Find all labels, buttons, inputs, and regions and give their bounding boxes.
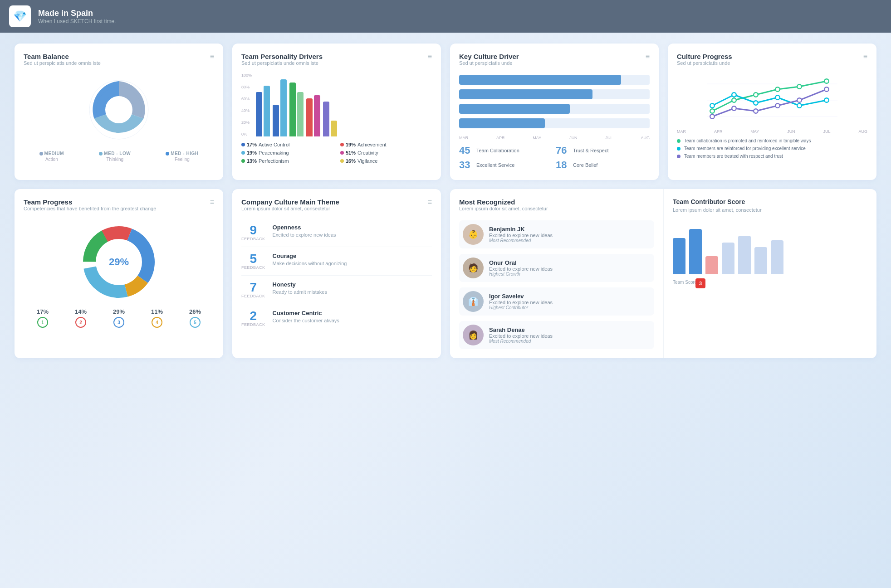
- svg-point-23: [797, 98, 802, 102]
- team-balance-card: Team Balance Sed ut perspiciatis unde om…: [15, 44, 223, 180]
- bar-group-5: [323, 102, 337, 136]
- donut-svg: 29%: [78, 221, 160, 303]
- bar-group-2: [273, 79, 287, 136]
- most-recognized-list-section: Most Recognized Lorem ipsum dolor sit am…: [450, 189, 663, 358]
- team-progress-menu-icon[interactable]: ≡: [210, 198, 214, 206]
- team-personality-subtitle: Sed ut perspiciatis unde omnis iste: [241, 60, 323, 66]
- svg-point-19: [710, 114, 715, 119]
- team-score-badge: 3: [695, 278, 705, 288]
- team-personality-menu-icon[interactable]: ≡: [428, 53, 432, 61]
- personality-stats: 17% Active Control 19% Achievement 19% P…: [241, 142, 432, 164]
- company-culture-card: Company Culture Main Theme Lorem ipsum d…: [232, 189, 441, 358]
- culture-progress-months: MAR APR MAY JUN JUL AUG: [677, 129, 867, 134]
- svg-point-12: [824, 79, 829, 83]
- svg-point-16: [775, 95, 780, 100]
- contributor-chart: [673, 220, 867, 274]
- bar-group-3: [289, 83, 304, 136]
- svg-point-22: [775, 103, 780, 108]
- app-header: 💎 Made in Spain When I used SKETCH first…: [0, 0, 891, 33]
- pie-svg: [85, 76, 153, 144]
- app-subtitle: When I used SKETCH first time.: [38, 18, 116, 24]
- recognized-list: 👶 Benjamin JK Excited to explore new ide…: [459, 220, 654, 349]
- team-balance-menu-icon[interactable]: ≡: [210, 53, 214, 61]
- company-culture-title: Company Culture Main Theme: [241, 198, 339, 206]
- bar-group-4: [306, 95, 320, 136]
- recognized-igor: 👔 Igor Savelev Excited to explore new id…: [459, 287, 654, 316]
- svg-point-21: [754, 109, 758, 113]
- app-title: Made in Spain: [38, 9, 116, 18]
- recognized-benjamin: 👶 Benjamin JK Excited to explore new ide…: [459, 220, 654, 248]
- team-progress-title: Team Progress: [24, 198, 156, 206]
- svg-point-24: [824, 87, 829, 92]
- team-balance-title: Team Balance: [24, 53, 101, 60]
- stat-core-belief: 18 Core Belief: [556, 159, 650, 171]
- svg-point-8: [732, 98, 736, 102]
- team-contributor-title: Team Contributor Score: [673, 198, 867, 205]
- svg-point-17: [797, 103, 802, 108]
- key-culture-stats: 45 Team Collaboration 76 Trust & Respect…: [459, 145, 650, 171]
- key-culture-subtitle: Sed ut perspiciatis unde: [459, 60, 519, 66]
- theme-customer-centric: 2 FEEDBACK Customer Centric Consider the…: [241, 304, 432, 332]
- svg-point-11: [797, 84, 802, 89]
- team-balance-legend: MEDIUM Action MED - LOW Thinking MED - H…: [24, 151, 214, 162]
- team-progress-card: Team Progress Competencies that have ben…: [15, 189, 223, 358]
- stat-perfectionism: 13% Perfectionism: [241, 158, 333, 164]
- culture-progress-title: Culture Progress: [677, 53, 732, 60]
- recognized-sarah: 👩 Sarah Denae Excited to explore new ide…: [459, 321, 654, 349]
- avatar-benjamin: 👶: [463, 224, 484, 245]
- team-progress-items: 17% 1 14% 2 29% 3 11% 4 26% 5: [24, 308, 214, 328]
- culture-progress-card: Culture Progress Sed ut perspiciatis und…: [668, 44, 876, 180]
- svg-point-13: [710, 103, 715, 108]
- most-recognized-subtitle: Lorem ipsum dolor sit amet, consectetur: [459, 206, 548, 211]
- team-contributor-subtitle: Lorem ipsum dolor sit amet, consectetur: [673, 207, 867, 213]
- theme-list: 9 FEEDBACK Openness Excited to explore n…: [241, 219, 432, 332]
- stat-peacemaking: 19% Peacemaking: [241, 150, 333, 156]
- svg-point-20: [732, 106, 736, 111]
- key-culture-bars: [459, 75, 650, 128]
- key-culture-months: MAR APR MAY JUN JUL AUG: [459, 136, 650, 140]
- donut-chart-container: 29%: [24, 221, 214, 303]
- stat-creativity: 51% Creativity: [340, 150, 432, 156]
- stat-active-control: 17% Active Control: [241, 142, 333, 147]
- avatar-onur: 🧑: [463, 258, 484, 278]
- most-recognized-card: Most Recognized Lorem ipsum dolor sit am…: [450, 189, 876, 358]
- svg-text:29%: 29%: [109, 256, 129, 267]
- theme-honesty: 7 FEEDBACK Honesty Ready to admit mistak…: [241, 276, 432, 304]
- app-logo: 💎: [9, 5, 31, 27]
- team-score-label: Team Score: [673, 280, 697, 285]
- svg-point-10: [775, 87, 780, 92]
- culture-progress-subtitle: Sed ut perspiciatis unde: [677, 60, 732, 66]
- key-culture-menu-icon[interactable]: ≡: [646, 53, 650, 61]
- svg-point-18: [824, 98, 829, 102]
- stat-team-collab: 45 Team Collaboration: [459, 145, 553, 156]
- svg-point-7: [710, 109, 715, 113]
- stat-trust-respect: 76 Trust & Respect: [556, 145, 650, 156]
- culture-progress-menu-icon[interactable]: ≡: [863, 53, 867, 61]
- bar-group-1: [256, 86, 270, 136]
- theme-courage: 5 FEEDBACK Courage Make decisions withou…: [241, 247, 432, 276]
- stat-vigilance: 16% Vigilance: [340, 158, 432, 164]
- culture-progress-chart: [677, 73, 867, 127]
- team-progress-subtitle: Competencies that have benefited from th…: [24, 206, 156, 211]
- svg-point-14: [732, 92, 736, 97]
- svg-point-3: [105, 96, 132, 123]
- team-personality-card: Team Personality Drivers Sed ut perspici…: [232, 44, 441, 180]
- team-balance-chart: [24, 76, 214, 144]
- svg-point-15: [754, 101, 758, 105]
- team-contributor-section: Team Contributor Score Lorem ipsum dolor…: [663, 189, 876, 358]
- culture-progress-legend: Team collaboration is promoted and reinf…: [677, 138, 867, 159]
- most-recognized-title: Most Recognized: [459, 198, 548, 206]
- theme-openness: 9 FEEDBACK Openness Excited to explore n…: [241, 219, 432, 247]
- stat-excellent-service: 33 Excellent Service: [459, 159, 553, 171]
- key-culture-title: Key Culture Driver: [459, 53, 519, 60]
- svg-point-9: [754, 92, 758, 97]
- recognized-onur: 🧑 Onur Oral Excited to explore new ideas…: [459, 254, 654, 282]
- team-personality-title: Team Personality Drivers: [241, 53, 323, 60]
- avatar-igor: 👔: [463, 291, 484, 312]
- avatar-sarah: 👩: [463, 325, 484, 345]
- key-culture-card: Key Culture Driver Sed ut perspiciatis u…: [450, 44, 659, 180]
- company-culture-menu-icon[interactable]: ≡: [428, 198, 432, 206]
- company-culture-subtitle: Lorem ipsum dolor sit amet, consectetur: [241, 206, 339, 211]
- dashboard: Team Balance Sed ut perspiciatis unde om…: [0, 33, 891, 369]
- stat-achievement: 19% Achievement: [340, 142, 432, 147]
